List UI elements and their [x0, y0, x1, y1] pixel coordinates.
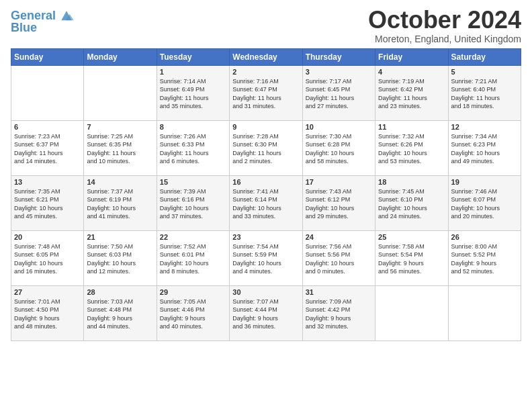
day-number: 6 — [14, 123, 81, 131]
calendar-cell: 19Sunrise: 7:46 AM Sunset: 6:07 PM Dayli… — [448, 175, 521, 230]
calendar-cell: 27Sunrise: 7:01 AM Sunset: 4:50 PM Dayli… — [11, 285, 84, 340]
calendar-cell: 15Sunrise: 7:39 AM Sunset: 6:16 PM Dayli… — [157, 175, 229, 230]
day-info: Sunrise: 7:03 AM Sunset: 4:48 PM Dayligh… — [87, 298, 153, 331]
day-info: Sunrise: 7:56 AM Sunset: 5:56 PM Dayligh… — [306, 242, 372, 276]
day-number: 17 — [306, 178, 372, 186]
day-info: Sunrise: 7:34 AM Sunset: 6:23 PM Dayligh… — [451, 132, 518, 166]
day-header-thursday: Thursday — [302, 48, 375, 65]
day-header-friday: Friday — [375, 48, 448, 65]
calendar-cell: 10Sunrise: 7:30 AM Sunset: 6:28 PM Dayli… — [302, 120, 375, 175]
day-info: Sunrise: 7:39 AM Sunset: 6:16 PM Dayligh… — [160, 187, 226, 221]
day-header-tuesday: Tuesday — [157, 48, 229, 65]
calendar-cell: 18Sunrise: 7:45 AM Sunset: 6:10 PM Dayli… — [375, 175, 448, 230]
calendar-cell: 6Sunrise: 7:23 AM Sunset: 6:37 PM Daylig… — [11, 120, 84, 175]
day-info: Sunrise: 7:05 AM Sunset: 4:46 PM Dayligh… — [160, 298, 226, 331]
day-info: Sunrise: 7:16 AM Sunset: 6:47 PM Dayligh… — [232, 77, 299, 111]
calendar-cell: 16Sunrise: 7:41 AM Sunset: 6:14 PM Dayli… — [230, 175, 302, 230]
calendar-cell: 8Sunrise: 7:26 AM Sunset: 6:33 PM Daylig… — [157, 120, 229, 175]
day-number: 21 — [87, 233, 153, 241]
day-number: 13 — [14, 178, 81, 186]
day-number: 15 — [160, 178, 226, 186]
day-info: Sunrise: 7:07 AM Sunset: 4:44 PM Dayligh… — [232, 298, 299, 331]
calendar-cell: 13Sunrise: 7:35 AM Sunset: 6:21 PM Dayli… — [11, 175, 84, 230]
day-number: 19 — [451, 178, 518, 186]
day-header-monday: Monday — [84, 48, 157, 65]
calendar-cell: 17Sunrise: 7:43 AM Sunset: 6:12 PM Dayli… — [302, 175, 375, 230]
day-info: Sunrise: 7:17 AM Sunset: 6:45 PM Dayligh… — [306, 77, 372, 111]
calendar-cell — [11, 65, 84, 120]
day-header-sunday: Sunday — [11, 48, 84, 65]
day-number: 25 — [378, 233, 445, 241]
day-info: Sunrise: 7:35 AM Sunset: 6:21 PM Dayligh… — [14, 187, 81, 221]
calendar-cell: 1Sunrise: 7:14 AM Sunset: 6:49 PM Daylig… — [157, 65, 229, 120]
week-row-3: 13Sunrise: 7:35 AM Sunset: 6:21 PM Dayli… — [11, 175, 521, 230]
calendar-cell: 9Sunrise: 7:28 AM Sunset: 6:30 PM Daylig… — [230, 120, 302, 175]
day-number: 2 — [232, 68, 299, 76]
logo-icon — [57, 7, 76, 26]
title-block: October 2024 Moreton, England, United Ki… — [368, 7, 521, 44]
day-info: Sunrise: 7:25 AM Sunset: 6:35 PM Dayligh… — [87, 132, 153, 166]
day-info: Sunrise: 7:14 AM Sunset: 6:49 PM Dayligh… — [160, 77, 226, 111]
calendar-cell: 4Sunrise: 7:19 AM Sunset: 6:42 PM Daylig… — [375, 65, 448, 120]
day-number: 20 — [14, 233, 81, 241]
calendar-cell — [375, 285, 448, 340]
day-number: 18 — [378, 178, 445, 186]
day-info: Sunrise: 7:46 AM Sunset: 6:07 PM Dayligh… — [451, 187, 518, 221]
week-row-2: 6Sunrise: 7:23 AM Sunset: 6:37 PM Daylig… — [11, 120, 521, 175]
calendar-cell: 11Sunrise: 7:32 AM Sunset: 6:26 PM Dayli… — [375, 120, 448, 175]
day-number: 14 — [87, 178, 153, 186]
calendar-cell: 24Sunrise: 7:56 AM Sunset: 5:56 PM Dayli… — [302, 230, 375, 285]
location: Moreton, England, United Kingdom — [368, 34, 521, 44]
header: General Blue October 2024 Moreton, Engla… — [11, 7, 521, 44]
month-title: October 2024 — [368, 7, 521, 34]
day-info: Sunrise: 7:52 AM Sunset: 6:01 PM Dayligh… — [160, 242, 226, 276]
day-number: 10 — [306, 123, 372, 131]
calendar-page: General Blue October 2024 Moreton, Engla… — [0, 0, 532, 411]
day-info: Sunrise: 7:32 AM Sunset: 6:26 PM Dayligh… — [378, 132, 445, 166]
calendar-table: SundayMondayTuesdayWednesdayThursdayFrid… — [11, 48, 521, 341]
day-number: 7 — [87, 123, 153, 131]
logo: General Blue — [11, 7, 76, 35]
day-number: 4 — [378, 68, 445, 76]
day-number: 31 — [306, 288, 372, 296]
calendar-cell: 21Sunrise: 7:50 AM Sunset: 6:03 PM Dayli… — [84, 230, 157, 285]
day-info: Sunrise: 7:26 AM Sunset: 6:33 PM Dayligh… — [160, 132, 226, 166]
calendar-cell — [448, 285, 521, 340]
day-number: 3 — [306, 68, 372, 76]
calendar-cell: 2Sunrise: 7:16 AM Sunset: 6:47 PM Daylig… — [230, 65, 302, 120]
day-number: 30 — [232, 288, 299, 296]
day-info: Sunrise: 7:58 AM Sunset: 5:54 PM Dayligh… — [378, 242, 445, 276]
day-info: Sunrise: 7:01 AM Sunset: 4:50 PM Dayligh… — [14, 298, 81, 331]
days-header-row: SundayMondayTuesdayWednesdayThursdayFrid… — [11, 48, 521, 65]
day-info: Sunrise: 7:28 AM Sunset: 6:30 PM Dayligh… — [232, 132, 299, 166]
day-header-wednesday: Wednesday — [230, 48, 302, 65]
day-number: 16 — [232, 178, 299, 186]
logo-text-blue: Blue — [11, 21, 37, 35]
day-number: 24 — [306, 233, 372, 241]
day-info: Sunrise: 7:37 AM Sunset: 6:19 PM Dayligh… — [87, 187, 153, 221]
day-number: 5 — [451, 68, 518, 76]
day-info: Sunrise: 7:23 AM Sunset: 6:37 PM Dayligh… — [14, 132, 81, 166]
day-number: 12 — [451, 123, 518, 131]
calendar-cell: 14Sunrise: 7:37 AM Sunset: 6:19 PM Dayli… — [84, 175, 157, 230]
day-number: 29 — [160, 288, 226, 296]
week-row-4: 20Sunrise: 7:48 AM Sunset: 6:05 PM Dayli… — [11, 230, 521, 285]
day-header-saturday: Saturday — [448, 48, 521, 65]
day-number: 11 — [378, 123, 445, 131]
calendar-cell: 7Sunrise: 7:25 AM Sunset: 6:35 PM Daylig… — [84, 120, 157, 175]
day-number: 26 — [451, 233, 518, 241]
day-number: 22 — [160, 233, 226, 241]
calendar-cell: 25Sunrise: 7:58 AM Sunset: 5:54 PM Dayli… — [375, 230, 448, 285]
day-number: 9 — [232, 123, 299, 131]
day-info: Sunrise: 7:41 AM Sunset: 6:14 PM Dayligh… — [232, 187, 299, 221]
day-info: Sunrise: 7:43 AM Sunset: 6:12 PM Dayligh… — [306, 187, 372, 221]
day-info: Sunrise: 7:21 AM Sunset: 6:40 PM Dayligh… — [451, 77, 518, 111]
day-info: Sunrise: 7:19 AM Sunset: 6:42 PM Dayligh… — [378, 77, 445, 111]
day-number: 28 — [87, 288, 153, 296]
day-info: Sunrise: 8:00 AM Sunset: 5:52 PM Dayligh… — [451, 242, 518, 276]
week-row-1: 1Sunrise: 7:14 AM Sunset: 6:49 PM Daylig… — [11, 65, 521, 120]
calendar-cell: 23Sunrise: 7:54 AM Sunset: 5:59 PM Dayli… — [230, 230, 302, 285]
calendar-cell: 30Sunrise: 7:07 AM Sunset: 4:44 PM Dayli… — [230, 285, 302, 340]
calendar-cell: 31Sunrise: 7:09 AM Sunset: 4:42 PM Dayli… — [302, 285, 375, 340]
calendar-cell: 26Sunrise: 8:00 AM Sunset: 5:52 PM Dayli… — [448, 230, 521, 285]
